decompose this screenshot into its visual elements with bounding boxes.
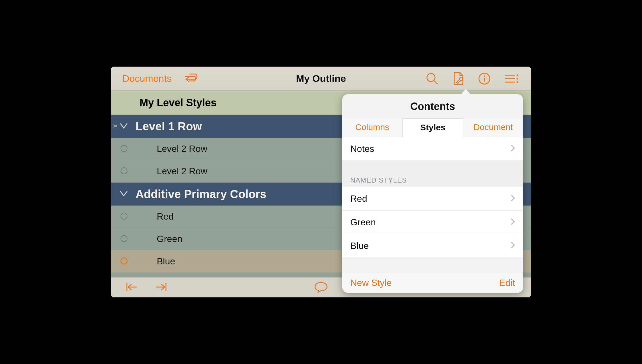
row-text: Level 1 Row [136, 120, 202, 133]
tab-document[interactable]: Document [463, 118, 523, 137]
note-button[interactable] [314, 289, 328, 294]
chevron-right-icon [510, 144, 515, 154]
chevron-right-icon [510, 193, 515, 204]
row-handle-icon[interactable] [120, 257, 128, 266]
search-icon [426, 72, 439, 85]
named-style-cell[interactable]: Blue [342, 234, 523, 258]
svg-point-14 [121, 235, 127, 242]
cell-label: Red [350, 193, 367, 204]
note-indicator-icon[interactable] [113, 124, 118, 128]
svg-point-0 [427, 73, 435, 82]
cell-label: Green [350, 217, 376, 228]
outline-title-text: My Level Styles [140, 97, 216, 109]
search-button[interactable] [426, 72, 439, 85]
outdent-button[interactable] [125, 282, 138, 293]
row-text: Level 2 Row [157, 166, 207, 177]
svg-point-11 [121, 145, 127, 152]
svg-line-1 [434, 81, 438, 84]
info-icon [478, 72, 491, 85]
top-toolbar: Documents My Outline [111, 67, 531, 91]
disclosure-triangle-icon[interactable] [119, 190, 128, 198]
section-header-named-styles: NAMED STYLES [342, 176, 523, 187]
row-text: Level 2 Row [157, 144, 207, 154]
svg-point-12 [121, 168, 127, 174]
contents-popover: Contents Columns Styles Document Notes N… [342, 94, 523, 293]
svg-point-9 [517, 78, 518, 80]
named-style-cell[interactable]: Red [342, 187, 523, 211]
tab-columns[interactable]: Columns [342, 118, 403, 137]
documents-back-button[interactable]: Documents [122, 73, 172, 84]
indent-icon [155, 282, 168, 292]
row-handle-icon[interactable] [120, 235, 128, 244]
list-icon [504, 73, 519, 84]
row-text: Green [157, 234, 182, 244]
outdent-icon [125, 282, 138, 292]
svg-point-8 [517, 74, 518, 76]
edit-button[interactable]: Edit [499, 278, 515, 288]
svg-point-10 [517, 81, 518, 83]
contents-inspector-button[interactable] [452, 71, 465, 86]
indent-button[interactable] [155, 282, 168, 293]
undo-icon [183, 73, 199, 84]
popover-arrow [461, 89, 471, 95]
disclosure-triangle-icon[interactable] [119, 122, 128, 130]
speech-bubble-icon [314, 281, 328, 293]
style-notes-cell[interactable]: Notes [342, 137, 523, 161]
undo-button[interactable] [183, 73, 199, 84]
chevron-right-icon [510, 241, 515, 251]
row-text: Blue [157, 256, 175, 267]
svg-point-3 [484, 75, 485, 76]
svg-point-13 [121, 213, 127, 219]
row-text: Additive Primary Colors [136, 188, 266, 201]
cell-label: Notes [350, 144, 374, 154]
named-style-cell[interactable]: Green [342, 211, 523, 234]
chevron-right-icon [510, 217, 515, 228]
cell-label: Blue [350, 241, 369, 251]
row-handle-icon[interactable] [120, 144, 128, 154]
new-style-button[interactable]: New Style [350, 278, 392, 288]
svg-point-15 [121, 258, 127, 264]
tab-styles[interactable]: Styles [403, 118, 463, 137]
row-text: Red [157, 211, 174, 222]
popover-tabs: Columns Styles Document [342, 118, 523, 137]
row-handle-icon[interactable] [120, 167, 128, 176]
wrench-document-icon [452, 71, 465, 86]
outline-view-button[interactable] [504, 73, 519, 84]
info-button[interactable] [478, 72, 491, 85]
row-handle-icon[interactable] [120, 212, 128, 221]
popover-title: Contents [342, 100, 523, 113]
